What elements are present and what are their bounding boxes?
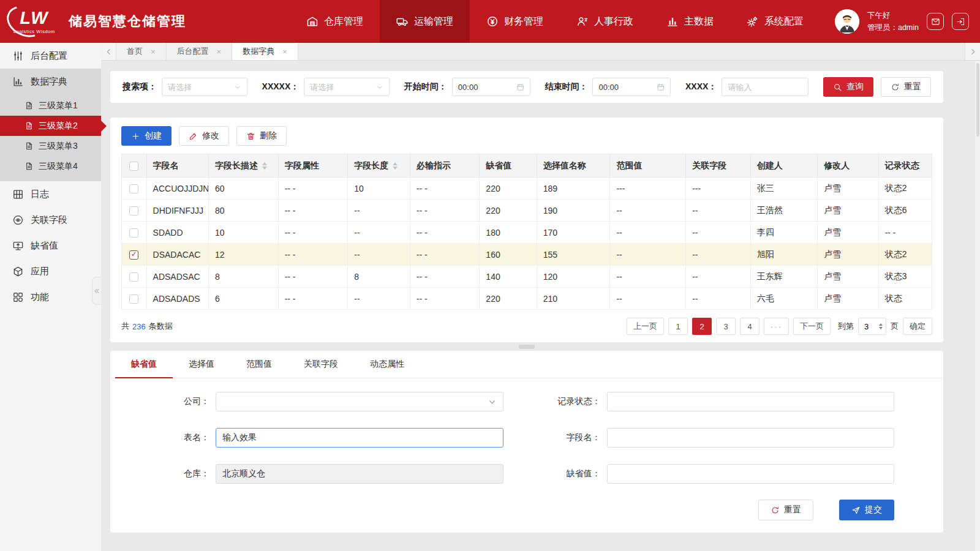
truck-icon (396, 15, 409, 28)
page-button-4[interactable]: 4 (740, 318, 760, 335)
logout-button[interactable] (952, 13, 969, 30)
xxxxx-select-input[interactable] (310, 83, 375, 92)
tab-scroll-left-button[interactable] (101, 43, 116, 60)
scrollbar[interactable] (975, 61, 980, 551)
tab-scroll-right-button[interactable] (965, 43, 980, 60)
page-button-1[interactable]: 1 (668, 318, 688, 335)
table-row-3[interactable]: DSADACAC12-- ----- -160155----旭阳卢雪状态2 (122, 244, 932, 266)
page-button-3[interactable]: 3 (716, 318, 736, 335)
xxxx-input[interactable] (728, 83, 802, 92)
splitter-handle[interactable] (110, 342, 943, 351)
form-reset-button[interactable]: 重置 (758, 500, 813, 520)
nav-item-1[interactable]: 运输管理 (380, 0, 470, 43)
select-all-checkbox[interactable] (129, 162, 138, 171)
row-checkbox[interactable] (129, 272, 138, 282)
sidebar-item-6[interactable]: 功能 (0, 284, 101, 310)
table-row-5[interactable]: ADSADADS6-- ----- -220210----六毛卢雪状态 (122, 288, 932, 310)
chart-icon (666, 15, 679, 28)
tab-0[interactable]: 首页× (116, 43, 167, 60)
avatar-image (835, 9, 859, 34)
table-row-2[interactable]: SDADD10-- ----- -180170----李四卢雪-- - (122, 222, 932, 244)
sidebar-item-0[interactable]: 后台配置 (0, 43, 101, 69)
table-row-0[interactable]: ACCUOJJDJN60-- -10-- -220189------张三卢雪状态… (122, 178, 932, 200)
sidebar-subitem-3[interactable]: 三级菜单4 (0, 156, 101, 176)
nav-item-0[interactable]: 仓库管理 (290, 0, 380, 43)
avatar[interactable] (835, 9, 859, 34)
nav-item-3[interactable]: 人事行政 (560, 0, 650, 43)
nav-item-2[interactable]: 财务管理 (470, 0, 560, 43)
edit-button[interactable]: 修改 (179, 126, 229, 146)
table-row-4[interactable]: ADSADSAC8-- -8-- -140120----王东辉卢雪状态3 (122, 266, 932, 288)
scrollbar-thumb[interactable] (976, 63, 979, 137)
table-row-1[interactable]: DHDIFNFJJJ80-- ----- -220190----王浩然卢雪状态6 (122, 200, 932, 222)
start-time-picker[interactable] (452, 78, 530, 96)
page-ellipsis[interactable]: ··· (764, 318, 789, 335)
close-icon[interactable]: × (151, 47, 156, 56)
detail-tab-4[interactable]: 动态属性 (354, 351, 420, 378)
page-button-2[interactable]: 2 (692, 318, 712, 335)
tab-1[interactable]: 后台配置× (167, 43, 233, 60)
search-select-input[interactable] (168, 83, 233, 92)
form-submit-button[interactable]: 提交 (839, 500, 894, 520)
delete-button[interactable]: 删除 (236, 126, 287, 146)
close-icon[interactable]: × (217, 47, 222, 56)
sidebar-collapse-button[interactable] (92, 277, 101, 305)
sidebar-submenu: 三级菜单1三级菜单2三级菜单3三级菜单4 (0, 94, 101, 181)
create-button[interactable]: 创建 (121, 126, 172, 146)
xxxx-input-box[interactable] (722, 78, 809, 96)
default-value-input-box[interactable] (607, 464, 895, 484)
row-checkbox-cell (122, 266, 147, 288)
query-button[interactable]: 查询 (823, 77, 873, 97)
table-cell: -- - (878, 222, 932, 244)
nav-item-4[interactable]: 主数据 (650, 0, 730, 43)
doc-icon (24, 121, 34, 130)
row-checkbox[interactable] (129, 206, 138, 216)
field-name-input[interactable] (614, 433, 888, 443)
sidebar-subitem-0[interactable]: 三级菜单1 (0, 96, 101, 116)
sidebar-item-1[interactable]: 数据字典 (0, 69, 101, 94)
table-name-input[interactable] (222, 433, 497, 443)
table-name-input-box[interactable] (216, 428, 503, 448)
start-time-input[interactable] (458, 83, 516, 92)
sidebar-item-3[interactable]: 关联字段 (0, 207, 101, 233)
jump-confirm-button[interactable]: 确定 (903, 318, 932, 335)
search-select[interactable] (162, 78, 247, 96)
row-checkbox[interactable] (129, 184, 138, 193)
sidebar-item-2[interactable]: 日志 (0, 181, 101, 207)
detail-tab-2[interactable]: 范围值 (230, 351, 288, 378)
detail-tab-3[interactable]: 关联字段 (288, 351, 354, 378)
row-checkbox[interactable] (129, 294, 138, 304)
sidebar-subitem-1[interactable]: 三级菜单2 (0, 116, 101, 136)
mail-button[interactable] (927, 13, 944, 30)
sidebar-subitem-2[interactable]: 三级菜单3 (0, 136, 101, 156)
record-status-input-box[interactable] (607, 392, 895, 411)
next-page-button[interactable]: 下一页 (793, 318, 831, 335)
tab-2[interactable]: 数据字典× (232, 43, 298, 60)
prev-page-button[interactable]: 上一页 (627, 318, 664, 335)
company-select[interactable] (216, 392, 503, 411)
default-value-input[interactable] (614, 469, 888, 479)
sort-icon[interactable] (393, 162, 398, 170)
row-checkbox[interactable] (129, 228, 138, 238)
spinner-arrows-icon[interactable] (879, 323, 883, 329)
row-checkbox[interactable] (129, 250, 138, 260)
jump-input[interactable] (864, 322, 874, 331)
xxxxx-select[interactable] (304, 78, 390, 96)
close-icon[interactable]: × (282, 47, 287, 56)
nav-item-5[interactable]: 系统配置 (730, 0, 820, 43)
detail-tab-0[interactable]: 缺省值 (115, 351, 173, 378)
jump-input-box[interactable] (858, 318, 886, 335)
company-select-input[interactable] (222, 397, 488, 407)
sidebar-item-4[interactable]: 缺省值 (0, 233, 101, 258)
detail-tab-1[interactable]: 选择值 (173, 351, 230, 378)
column-header-4: 字段长度 (348, 154, 410, 178)
record-status-input[interactable] (614, 397, 888, 407)
end-time-picker[interactable] (592, 78, 671, 96)
sidebar-item-5[interactable]: 应用 (0, 258, 101, 284)
sort-icon[interactable] (262, 162, 267, 170)
field-name-input-box[interactable] (607, 428, 895, 448)
end-time-input[interactable] (598, 83, 657, 92)
table-cell: -- - (410, 200, 480, 222)
reset-button[interactable]: 重置 (881, 77, 931, 97)
total-suffix: 条数据 (149, 321, 173, 332)
